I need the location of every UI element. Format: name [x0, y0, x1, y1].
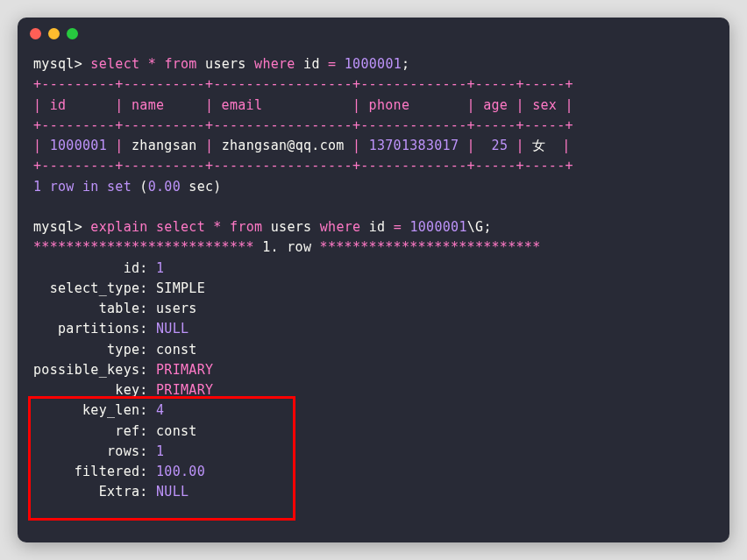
from-kw-2: from: [230, 219, 262, 235]
col-id: id: [303, 56, 320, 72]
from-kw: from: [164, 56, 196, 72]
explain-kw: explain: [90, 219, 147, 235]
title-bar: [18, 18, 729, 49]
val-2: 1000001: [409, 219, 466, 235]
explain-ref: ref: const: [33, 422, 714, 442]
where-kw-2: where: [320, 219, 361, 235]
explain-key-len-val: 4: [156, 402, 164, 418]
explain-id: id: 1: [33, 259, 714, 279]
terminal-content: mysql> select * from users where id = 10…: [18, 49, 729, 508]
explain-key: key: PRIMARY: [33, 380, 714, 401]
explain-ref-val: const: [156, 423, 197, 439]
cell-name: zhangsan: [132, 138, 197, 153]
query-line-2: mysql> explain select * from users where…: [33, 217, 714, 237]
table-name-2: users: [271, 219, 312, 235]
select-kw: select: [90, 56, 139, 72]
cell-phone: 13701383017: [369, 138, 459, 153]
cell-age: 25: [492, 138, 509, 153]
explain-extra: Extra: NULL: [33, 482, 714, 502]
col-id-2: id: [369, 219, 386, 235]
star-2: *: [213, 219, 221, 235]
semicolon: ;: [402, 56, 409, 72]
sec-label: sec: [189, 179, 213, 195]
explain-rows-val: 1: [156, 443, 164, 459]
stars-left: ***************************: [33, 239, 254, 255]
table-border-top: +---------+----------+-----------------+…: [33, 74, 714, 95]
explain-type: type: const: [33, 340, 714, 360]
query-line-1: mysql> select * from users where id = 10…: [33, 54, 714, 74]
explain-rows: rows: 1: [33, 442, 714, 462]
explain-table-val: users: [156, 301, 197, 316]
explain-key-val: PRIMARY: [156, 382, 213, 398]
explain-key-len: key_len: 4: [33, 401, 714, 421]
explain-select-type: select_type: SIMPLE: [33, 279, 714, 299]
cell-sex: 女: [532, 138, 545, 153]
table-border-mid: +---------+----------+-----------------+…: [33, 116, 714, 136]
mysql-prompt-2: mysql>: [33, 219, 82, 235]
result-line: 1 row in set (0.00 sec): [33, 177, 714, 197]
explain-possible-keys-val: PRIMARY: [156, 362, 213, 378]
explain-partitions: partitions: NULL: [33, 319, 714, 339]
explain-possible-keys: possible_keys: PRIMARY: [33, 360, 714, 380]
explain-partitions-val: NULL: [156, 321, 189, 337]
table-name: users: [205, 56, 246, 72]
blank-line: [33, 197, 714, 217]
explain-table: table: users: [33, 299, 714, 319]
cell-id: 1000001: [50, 138, 107, 153]
mysql-prompt: mysql>: [33, 56, 82, 72]
explain-filtered: filtered: 100.00: [33, 462, 714, 482]
g-suffix: \G: [467, 219, 484, 235]
eq-2: =: [394, 219, 402, 235]
cell-email: zhangsan@qq.com: [222, 138, 345, 153]
eq: =: [328, 56, 336, 72]
close-icon[interactable]: [30, 28, 41, 39]
explain-select-type-val: SIMPLE: [156, 280, 205, 296]
row-label: 1. row: [254, 239, 320, 255]
minimize-icon[interactable]: [48, 28, 60, 39]
explain-type-val: const: [156, 342, 197, 358]
explain-extra-val: NULL: [156, 484, 189, 500]
explain-id-val: 1: [156, 260, 164, 276]
where-kw: where: [254, 56, 295, 72]
row-count: 1: [33, 179, 41, 195]
table-row: | 1000001 | zhangsan | zhangsan@qq.com |…: [33, 136, 714, 156]
explain-filtered-val: 100.00: [156, 464, 205, 479]
semicolon-2: ;: [483, 219, 491, 235]
row-marker: *************************** 1. row *****…: [33, 237, 714, 258]
row-in-set: row in set: [50, 179, 132, 195]
maximize-icon[interactable]: [67, 28, 78, 39]
terminal-window: mysql> select * from users where id = 10…: [18, 18, 729, 542]
stars-right: ***************************: [320, 239, 541, 255]
table-border-bot: +---------+----------+-----------------+…: [33, 156, 714, 176]
table-header: | id | name | email | phone | age | sex …: [33, 96, 714, 116]
select-kw-2: select: [156, 219, 205, 235]
exec-time: 0.00: [148, 179, 181, 195]
val-1000001: 1000001: [345, 56, 402, 72]
star: *: [148, 56, 156, 72]
